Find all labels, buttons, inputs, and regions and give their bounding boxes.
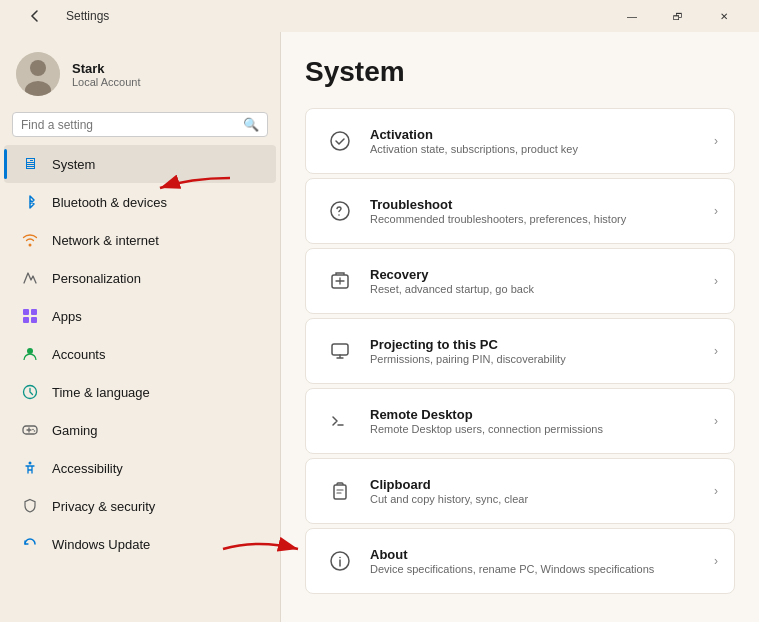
window-title: Settings (66, 9, 109, 23)
sidebar-item-personalization[interactable]: Personalization (4, 259, 276, 297)
personalization-icon (20, 268, 40, 288)
sidebar-item-gaming[interactable]: Gaming (4, 411, 276, 449)
recovery-text: Recovery Reset, advanced startup, go bac… (370, 267, 714, 295)
search-input[interactable] (21, 118, 243, 132)
sidebar-item-label-privacy: Privacy & security (52, 499, 155, 514)
avatar (16, 52, 60, 96)
about-title: About (370, 547, 714, 562)
projecting-desc: Permissions, pairing PIN, discoverabilit… (370, 353, 714, 365)
sidebar-item-label-windows-update: Windows Update (52, 537, 150, 552)
bluetooth-icon (20, 192, 40, 212)
network-icon (20, 230, 40, 250)
recovery-title: Recovery (370, 267, 714, 282)
svg-point-1 (30, 60, 46, 76)
window-controls: — 🗗 ✕ (609, 0, 747, 32)
sidebar-item-label-gaming: Gaming (52, 423, 98, 438)
svg-rect-5 (23, 317, 29, 323)
svg-rect-6 (31, 317, 37, 323)
svg-point-20 (339, 557, 341, 559)
troubleshoot-title: Troubleshoot (370, 197, 714, 212)
about-icon (322, 543, 358, 579)
sidebar-item-network[interactable]: Network & internet (4, 221, 276, 259)
recovery-chevron: › (714, 274, 718, 288)
svg-point-11 (34, 430, 36, 432)
svg-point-10 (32, 429, 34, 431)
about-desc: Device specifications, rename PC, Window… (370, 563, 714, 575)
settings-item-troubleshoot[interactable]: Troubleshoot Recommended troubleshooters… (305, 178, 735, 244)
settings-item-clipboard[interactable]: Clipboard Cut and copy history, sync, cl… (305, 458, 735, 524)
remote-desktop-text: Remote Desktop Remote Desktop users, con… (370, 407, 714, 435)
sidebar: Stark Local Account 🔍 🖥 System (0, 32, 280, 622)
projecting-text: Projecting to this PC Permissions, pairi… (370, 337, 714, 365)
user-name: Stark (72, 61, 141, 76)
remote-desktop-chevron: › (714, 414, 718, 428)
settings-item-remote-desktop[interactable]: Remote Desktop Remote Desktop users, con… (305, 388, 735, 454)
titlebar: Settings — 🗗 ✕ (0, 0, 759, 32)
sidebar-item-windows-update[interactable]: Windows Update (4, 525, 276, 563)
settings-item-activation[interactable]: Activation Activation state, subscriptio… (305, 108, 735, 174)
activation-chevron: › (714, 134, 718, 148)
svg-rect-18 (334, 485, 346, 499)
sidebar-item-label-bluetooth: Bluetooth & devices (52, 195, 167, 210)
activation-title: Activation (370, 127, 714, 142)
sidebar-item-accounts[interactable]: Accounts (4, 335, 276, 373)
gaming-icon (20, 420, 40, 440)
svg-point-12 (29, 462, 32, 465)
accessibility-icon (20, 458, 40, 478)
page-title: System (305, 56, 735, 88)
settings-item-recovery[interactable]: Recovery Reset, advanced startup, go bac… (305, 248, 735, 314)
sidebar-item-accessibility[interactable]: Accessibility (4, 449, 276, 487)
sidebar-item-label-personalization: Personalization (52, 271, 141, 286)
activation-desc: Activation state, subscriptions, product… (370, 143, 714, 155)
projecting-title: Projecting to this PC (370, 337, 714, 352)
app-body: Stark Local Account 🔍 🖥 System (0, 32, 759, 622)
accounts-icon (20, 344, 40, 364)
clipboard-chevron: › (714, 484, 718, 498)
sidebar-item-label-time: Time & language (52, 385, 150, 400)
activation-icon (322, 123, 358, 159)
system-icon: 🖥 (20, 154, 40, 174)
remote-desktop-desc: Remote Desktop users, connection permiss… (370, 423, 714, 435)
search-icon: 🔍 (243, 117, 259, 132)
sidebar-item-privacy[interactable]: Privacy & security (4, 487, 276, 525)
sidebar-item-label-apps: Apps (52, 309, 82, 324)
windows-update-icon (20, 534, 40, 554)
activation-text: Activation Activation state, subscriptio… (370, 127, 714, 155)
troubleshoot-chevron: › (714, 204, 718, 218)
user-profile[interactable]: Stark Local Account (0, 40, 280, 112)
svg-rect-17 (332, 344, 348, 355)
sidebar-item-bluetooth[interactable]: Bluetooth & devices (4, 183, 276, 221)
recovery-icon (322, 263, 358, 299)
clipboard-desc: Cut and copy history, sync, clear (370, 493, 714, 505)
sidebar-item-time[interactable]: Time & language (4, 373, 276, 411)
time-icon (20, 382, 40, 402)
sidebar-item-label-network: Network & internet (52, 233, 159, 248)
settings-item-about[interactable]: About Device specifications, rename PC, … (305, 528, 735, 594)
sidebar-item-system[interactable]: 🖥 System (4, 145, 276, 183)
remote-desktop-icon (322, 403, 358, 439)
close-button[interactable]: ✕ (701, 0, 747, 32)
user-info: Stark Local Account (72, 61, 141, 88)
troubleshoot-desc: Recommended troubleshooters, preferences… (370, 213, 714, 225)
settings-item-projecting[interactable]: Projecting to this PC Permissions, pairi… (305, 318, 735, 384)
search-box[interactable]: 🔍 (12, 112, 268, 137)
apps-icon (20, 306, 40, 326)
clipboard-title: Clipboard (370, 477, 714, 492)
sidebar-item-label-system: System (52, 157, 95, 172)
sidebar-item-label-accessibility: Accessibility (52, 461, 123, 476)
projecting-chevron: › (714, 344, 718, 358)
svg-point-15 (338, 214, 340, 216)
user-account-type: Local Account (72, 76, 141, 88)
svg-point-7 (27, 348, 33, 354)
back-button[interactable] (12, 0, 58, 32)
sidebar-item-label-accounts: Accounts (52, 347, 105, 362)
nav-menu: 🖥 System Bluetooth & devices Network & i… (0, 145, 280, 563)
sidebar-item-apps[interactable]: Apps (4, 297, 276, 335)
svg-rect-4 (31, 309, 37, 315)
projecting-icon (322, 333, 358, 369)
minimize-button[interactable]: — (609, 0, 655, 32)
svg-point-13 (331, 132, 349, 150)
clipboard-text: Clipboard Cut and copy history, sync, cl… (370, 477, 714, 505)
restore-button[interactable]: 🗗 (655, 0, 701, 32)
about-text: About Device specifications, rename PC, … (370, 547, 714, 575)
